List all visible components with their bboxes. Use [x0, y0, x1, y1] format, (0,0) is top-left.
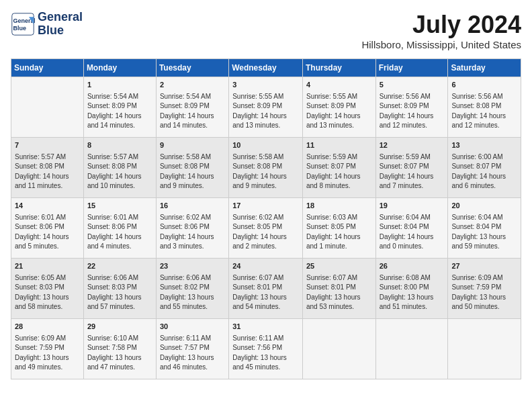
- calendar-cell: 14Sunrise: 6:01 AM Sunset: 8:06 PM Dayli…: [11, 198, 84, 259]
- calendar-cell: 28Sunrise: 6:09 AM Sunset: 7:59 PM Dayli…: [11, 319, 84, 379]
- calendar-cell: 15Sunrise: 6:01 AM Sunset: 8:06 PM Dayli…: [83, 198, 156, 259]
- day-number: 17: [232, 201, 299, 212]
- calendar-cell: 8Sunrise: 5:57 AM Sunset: 8:08 PM Daylig…: [83, 138, 156, 198]
- calendar-cell: 20Sunrise: 6:04 AM Sunset: 8:04 PM Dayli…: [448, 198, 521, 259]
- cell-content: Sunrise: 6:09 AM Sunset: 7:59 PM Dayligh…: [451, 273, 517, 312]
- calendar-cell: 18Sunrise: 6:03 AM Sunset: 8:05 PM Dayli…: [302, 198, 375, 259]
- day-number: 11: [306, 140, 372, 151]
- calendar-cell: [375, 319, 448, 379]
- cell-content: Sunrise: 6:09 AM Sunset: 7:59 PM Dayligh…: [15, 334, 80, 373]
- cell-content: Sunrise: 6:02 AM Sunset: 8:06 PM Dayligh…: [160, 213, 225, 252]
- day-number: 7: [15, 140, 80, 151]
- day-header-saturday: Saturday: [448, 59, 521, 77]
- calendar-cell: 7Sunrise: 5:57 AM Sunset: 8:08 PM Daylig…: [11, 138, 84, 198]
- day-number: 2: [160, 80, 225, 91]
- day-number: 16: [160, 201, 225, 212]
- calendar-cell: 9Sunrise: 5:58 AM Sunset: 8:08 PM Daylig…: [156, 138, 228, 198]
- calendar-cell: 6Sunrise: 5:56 AM Sunset: 8:08 PM Daylig…: [448, 77, 521, 138]
- day-number: 23: [160, 261, 225, 272]
- cell-content: Sunrise: 6:01 AM Sunset: 8:06 PM Dayligh…: [87, 213, 152, 252]
- calendar-cell: 21Sunrise: 6:05 AM Sunset: 8:03 PM Dayli…: [11, 259, 84, 319]
- day-number: 12: [380, 140, 445, 151]
- calendar-cell: 5Sunrise: 5:56 AM Sunset: 8:09 PM Daylig…: [375, 77, 448, 138]
- day-header-monday: Monday: [83, 59, 156, 77]
- calendar-cell: 26Sunrise: 6:08 AM Sunset: 8:00 PM Dayli…: [375, 259, 448, 319]
- cell-content: Sunrise: 6:07 AM Sunset: 8:01 PM Dayligh…: [306, 273, 372, 312]
- cell-content: Sunrise: 6:11 AM Sunset: 7:57 PM Dayligh…: [160, 334, 225, 373]
- logo: General Blue General Blue: [11, 11, 83, 38]
- day-number: 25: [306, 261, 372, 272]
- calendar-cell: 1Sunrise: 5:54 AM Sunset: 8:09 PM Daylig…: [83, 77, 156, 138]
- cell-content: Sunrise: 5:58 AM Sunset: 8:08 PM Dayligh…: [232, 152, 299, 191]
- day-number: 22: [87, 261, 152, 272]
- day-header-tuesday: Tuesday: [156, 59, 228, 77]
- calendar-cell: 22Sunrise: 6:06 AM Sunset: 8:03 PM Dayli…: [83, 259, 156, 319]
- cell-content: Sunrise: 6:00 AM Sunset: 8:07 PM Dayligh…: [451, 152, 517, 191]
- calendar-cell: 16Sunrise: 6:02 AM Sunset: 8:06 PM Dayli…: [156, 198, 228, 259]
- day-header-wednesday: Wednesday: [229, 59, 303, 77]
- cell-content: Sunrise: 5:56 AM Sunset: 8:08 PM Dayligh…: [451, 92, 517, 131]
- cell-content: Sunrise: 5:57 AM Sunset: 8:08 PM Dayligh…: [87, 152, 152, 191]
- cell-content: Sunrise: 6:03 AM Sunset: 8:05 PM Dayligh…: [306, 213, 372, 252]
- logo-icon: General Blue: [11, 12, 35, 36]
- calendar-cell: 23Sunrise: 6:06 AM Sunset: 8:02 PM Dayli…: [156, 259, 228, 319]
- calendar-week-row: 14Sunrise: 6:01 AM Sunset: 8:06 PM Dayli…: [11, 198, 521, 259]
- calendar-cell: 27Sunrise: 6:09 AM Sunset: 7:59 PM Dayli…: [448, 259, 521, 319]
- page-header: General Blue General Blue July 2024 Hill…: [11, 11, 521, 50]
- day-number: 3: [232, 80, 299, 91]
- day-number: 29: [87, 322, 152, 332]
- cell-content: Sunrise: 6:06 AM Sunset: 8:02 PM Dayligh…: [160, 273, 225, 312]
- day-number: 4: [306, 80, 372, 91]
- cell-content: Sunrise: 6:06 AM Sunset: 8:03 PM Dayligh…: [87, 273, 152, 312]
- calendar-cell: 31Sunrise: 6:11 AM Sunset: 7:56 PM Dayli…: [229, 319, 303, 379]
- day-number: 30: [160, 322, 225, 332]
- location: Hillsboro, Mississippi, United States: [361, 39, 521, 50]
- calendar-cell: [448, 319, 521, 379]
- day-number: 21: [15, 261, 80, 272]
- title-block: July 2024 Hillsboro, Mississippi, United…: [361, 11, 521, 50]
- calendar-cell: [11, 77, 84, 138]
- cell-content: Sunrise: 6:04 AM Sunset: 8:04 PM Dayligh…: [380, 213, 445, 252]
- day-number: 27: [451, 261, 517, 272]
- day-number: 31: [232, 322, 299, 332]
- cell-content: Sunrise: 5:59 AM Sunset: 8:07 PM Dayligh…: [380, 152, 445, 191]
- cell-content: Sunrise: 5:56 AM Sunset: 8:09 PM Dayligh…: [380, 92, 445, 131]
- logo-text: General Blue: [38, 11, 83, 38]
- calendar-cell: 17Sunrise: 6:02 AM Sunset: 8:05 PM Dayli…: [229, 198, 303, 259]
- calendar-cell: 29Sunrise: 6:10 AM Sunset: 7:58 PM Dayli…: [83, 319, 156, 379]
- day-number: 20: [451, 201, 517, 212]
- day-number: 15: [87, 201, 152, 212]
- calendar-cell: 13Sunrise: 6:00 AM Sunset: 8:07 PM Dayli…: [448, 138, 521, 198]
- day-number: 18: [306, 201, 372, 212]
- calendar-cell: 3Sunrise: 5:55 AM Sunset: 8:09 PM Daylig…: [229, 77, 303, 138]
- day-number: 24: [232, 261, 299, 272]
- calendar-cell: 11Sunrise: 5:59 AM Sunset: 8:07 PM Dayli…: [302, 138, 375, 198]
- day-number: 26: [380, 261, 445, 272]
- calendar-cell: [302, 319, 375, 379]
- day-number: 14: [15, 201, 80, 212]
- cell-content: Sunrise: 5:54 AM Sunset: 8:09 PM Dayligh…: [160, 92, 225, 131]
- day-number: 5: [380, 80, 445, 91]
- day-header-sunday: Sunday: [11, 59, 84, 77]
- day-number: 9: [160, 140, 225, 151]
- day-number: 19: [380, 201, 445, 212]
- svg-text:Blue: Blue: [13, 25, 27, 32]
- day-number: 1: [87, 80, 152, 91]
- calendar-cell: 10Sunrise: 5:58 AM Sunset: 8:08 PM Dayli…: [229, 138, 303, 198]
- cell-content: Sunrise: 6:07 AM Sunset: 8:01 PM Dayligh…: [232, 273, 299, 312]
- calendar-cell: 2Sunrise: 5:54 AM Sunset: 8:09 PM Daylig…: [156, 77, 228, 138]
- cell-content: Sunrise: 5:58 AM Sunset: 8:08 PM Dayligh…: [160, 152, 225, 191]
- cell-content: Sunrise: 6:11 AM Sunset: 7:56 PM Dayligh…: [232, 334, 299, 373]
- month-title: July 2024: [361, 11, 521, 39]
- calendar-week-row: 21Sunrise: 6:05 AM Sunset: 8:03 PM Dayli…: [11, 259, 521, 319]
- calendar-cell: 30Sunrise: 6:11 AM Sunset: 7:57 PM Dayli…: [156, 319, 228, 379]
- day-number: 10: [232, 140, 299, 151]
- calendar-table: SundayMondayTuesdayWednesdayThursdayFrid…: [11, 58, 521, 379]
- calendar-cell: 19Sunrise: 6:04 AM Sunset: 8:04 PM Dayli…: [375, 198, 448, 259]
- cell-content: Sunrise: 5:55 AM Sunset: 8:09 PM Dayligh…: [306, 92, 372, 131]
- calendar-header-row: SundayMondayTuesdayWednesdayThursdayFrid…: [11, 59, 521, 77]
- cell-content: Sunrise: 6:04 AM Sunset: 8:04 PM Dayligh…: [451, 213, 517, 252]
- cell-content: Sunrise: 6:08 AM Sunset: 8:00 PM Dayligh…: [380, 273, 445, 312]
- cell-content: Sunrise: 5:54 AM Sunset: 8:09 PM Dayligh…: [87, 92, 152, 131]
- day-number: 8: [87, 140, 152, 151]
